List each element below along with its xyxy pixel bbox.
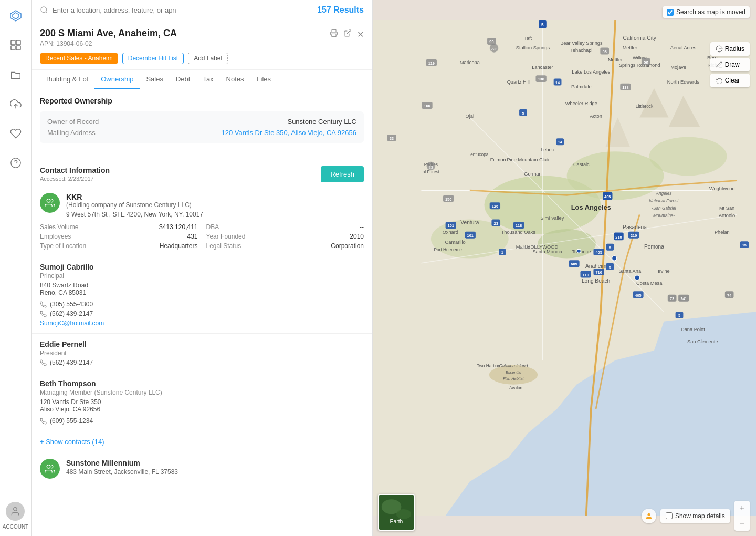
svg-text:405: 405	[635, 293, 641, 298]
svg-text:Mettler: Mettler	[608, 57, 623, 63]
svg-text:Anaheim: Anaheim	[585, 263, 606, 269]
svg-text:Pasadena: Pasadena	[623, 224, 647, 230]
tab-files[interactable]: Files	[250, 70, 277, 89]
svg-text:Wheeler Ridge: Wheeler Ridge	[565, 101, 597, 106]
svg-text:166: 166	[424, 104, 430, 108]
contact-info-title: Contact Information	[40, 166, 110, 174]
map-area: 5 405 210 Los Angeles Pasadena Pomona Ve…	[373, 0, 756, 536]
svg-text:-San Gabriel: -San Gabriel	[652, 205, 677, 211]
svg-text:126: 126	[492, 204, 498, 209]
radius-button[interactable]: Radius	[710, 42, 750, 56]
external-link-icon[interactable]	[343, 29, 352, 39]
svg-text:Phelan: Phelan	[715, 230, 730, 235]
clear-button[interactable]: Clear	[710, 74, 750, 87]
search-as-moved-checkbox[interactable]	[667, 9, 674, 16]
svg-point-95	[635, 275, 639, 280]
property-panel: 200 S Miami Ave, Anaheim, CA APN: 13904-…	[32, 20, 372, 536]
svg-text:14: 14	[558, 140, 563, 145]
earth-image: Earth	[379, 494, 414, 528]
search-as-moved-label: Search as map is moved	[676, 8, 746, 16]
map-right-side-controls: Radius Draw Clear	[710, 42, 750, 87]
svg-text:405: 405	[604, 194, 611, 199]
map-top-right-controls: Search as map is moved	[663, 6, 750, 18]
tab-building[interactable]: Building & Lot	[40, 70, 94, 89]
tag-recent-sales[interactable]: Recent Sales - Anaheim	[40, 53, 118, 64]
svg-text:National Forest: National Forest	[649, 198, 679, 203]
tab-debt[interactable]: Debt	[170, 70, 196, 89]
map-bottom-right-controls: Show map details + −	[642, 501, 750, 531]
search-as-moved-toggle[interactable]: Search as map is moved	[663, 6, 750, 18]
sales-volume-label: Sales Volume	[40, 223, 78, 231]
svg-marker-1	[13, 13, 19, 19]
upload-icon[interactable]	[6, 95, 25, 114]
svg-text:Springs Rosamond: Springs Rosamond	[619, 63, 660, 68]
svg-text:14: 14	[555, 80, 560, 85]
svg-point-15	[47, 199, 50, 203]
folder-icon[interactable]	[6, 65, 25, 84]
add-label-button[interactable]: Add Label	[188, 53, 228, 64]
show-map-details-checkbox[interactable]	[666, 512, 673, 519]
svg-text:Maricopa: Maricopa	[460, 60, 480, 65]
grid-icon[interactable]	[6, 36, 25, 55]
beth-role: Managing Member (Sunstone Century LLC)	[40, 389, 364, 396]
tab-ownership[interactable]: Ownership	[94, 70, 140, 89]
svg-rect-4	[11, 46, 15, 50]
phone-icon2	[40, 311, 47, 317]
avatar[interactable]	[6, 502, 25, 521]
phone-icon	[40, 301, 47, 308]
employees-value: 431	[187, 233, 197, 240]
svg-text:33: 33	[429, 165, 433, 170]
tag-december[interactable]: December Hit List	[122, 53, 184, 64]
svg-text:Wrightwood: Wrightwood	[709, 186, 735, 191]
print-icon[interactable]	[330, 29, 338, 39]
sumoji-phone1: (305) 555-4300	[40, 301, 364, 308]
show-contacts-button[interactable]: + Show contacts (14)	[32, 431, 372, 452]
zoom-in-button[interactable]: +	[734, 501, 750, 516]
svg-text:Fish Habitat: Fish Habitat	[503, 376, 524, 381]
zoom-out-button[interactable]: −	[734, 516, 750, 531]
clear-icon	[716, 77, 723, 84]
map-svg: 5 405 210 Los Angeles Pasadena Pomona Ve…	[373, 0, 756, 536]
logo-icon[interactable]	[6, 6, 25, 25]
contact-card-kkr: KKR (Holding company of Sunstone Century…	[32, 187, 372, 256]
eddie-name: Eddie Pernell	[40, 340, 364, 348]
search-input[interactable]	[52, 6, 313, 14]
tab-sales[interactable]: Sales	[140, 70, 170, 89]
svg-text:Torrance: Torrance	[572, 249, 591, 254]
mailing-address-link[interactable]: 120 Vantis Dr Ste 350, Aliso Viejo, CA 9…	[221, 129, 356, 137]
person-icon[interactable]	[642, 509, 656, 523]
svg-text:73: 73	[670, 296, 674, 301]
show-map-details-toggle[interactable]: Show map details	[660, 509, 730, 523]
kkr-address: 9 West 57th St , STE 4200, New York, NY,…	[66, 211, 203, 218]
svg-text:150: 150	[445, 197, 452, 202]
svg-point-11	[41, 7, 47, 13]
property-apn: APN: 13904-06-02	[40, 40, 177, 47]
results-count: 157 Results	[317, 5, 364, 15]
svg-text:118: 118	[516, 223, 522, 228]
earth-thumbnail[interactable]: Earth	[378, 494, 415, 531]
svg-rect-5	[16, 46, 20, 50]
close-icon[interactable]: ✕	[357, 29, 364, 39]
radius-label: Radius	[725, 45, 744, 53]
svg-marker-0	[10, 11, 21, 21]
svg-text:North Edwards: North Edwards	[667, 79, 699, 85]
account-label: ACCOUNT	[3, 524, 28, 530]
refresh-button[interactable]: Refresh	[321, 166, 364, 182]
svg-text:Mojave: Mojave	[670, 65, 686, 70]
tab-notes[interactable]: Notes	[220, 70, 250, 89]
svg-text:101: 101	[448, 223, 454, 228]
svg-text:Simi Valley: Simi Valley	[540, 215, 564, 221]
svg-text:Stallion Springs: Stallion Springs	[516, 45, 550, 50]
ownership-box: Owner of Record Sunstone Century LLC Mai…	[40, 111, 364, 143]
ownership-section: Reported Ownership Owner of Record Sunst…	[32, 89, 372, 159]
legal-status-value: Corporation	[331, 242, 364, 250]
tab-tax[interactable]: Tax	[196, 70, 219, 89]
help-icon[interactable]	[6, 153, 25, 172]
svg-text:Camarillo: Camarillo	[445, 240, 466, 245]
svg-text:223: 223	[491, 47, 497, 51]
sumoji-email[interactable]: SumojiC@hotmail.com	[40, 319, 364, 327]
employees-label: Employees	[40, 233, 71, 240]
heart-icon[interactable]	[6, 124, 25, 143]
draw-button[interactable]: Draw	[710, 58, 750, 71]
svg-text:Mettler: Mettler	[623, 45, 637, 50]
